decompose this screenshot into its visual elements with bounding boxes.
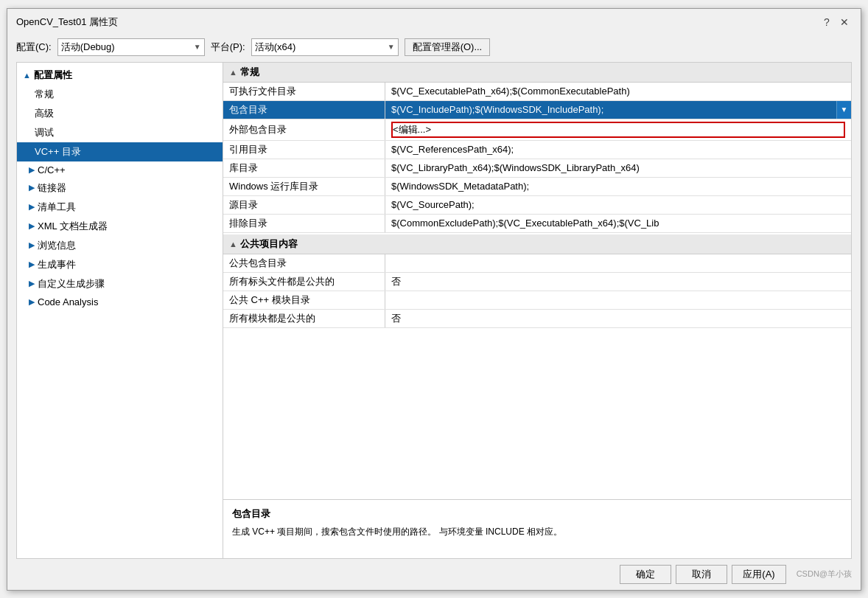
prop-value-all-modules-public[interactable]: 否 [385,310,851,327]
config-label: 配置(C): [16,41,52,54]
title-controls: ? ✕ [819,15,852,29]
right-panel: ▲ 常规 可执行文件目录 $(VC_ExecutablePath_x64);$(… [223,63,851,558]
custom-build-label: 自定义生成步骤 [38,277,105,291]
sidebar-group-code-analysis[interactable]: ▶ Code Analysis [17,293,223,310]
code-analysis-label: Code Analysis [38,296,98,307]
prop-name-public-include-dir: 公共包含目录 [223,254,385,272]
linker-arrow: ▶ [29,183,35,192]
prop-value-external-include-dir[interactable]: <编辑...> [385,119,851,140]
prop-name-all-modules-public: 所有模块都是公共的 [223,310,385,327]
sidebar-item-debug[interactable]: 调试 [17,123,223,142]
toolbar: 配置(C): 活动(Debug) ▼ 平台(P): 活动(x64) ▼ 配置管理… [7,32,861,62]
sidebar-item-advanced[interactable]: 高级 [17,104,223,123]
platform-select[interactable]: 活动(x64) ▼ [251,38,399,56]
build-events-arrow: ▶ [29,260,35,269]
section-general-arrow: ▲ [229,68,237,77]
row-include-dir: 包含目录 $(VC_IncludePath);$(WindowsSDK_Incl… [223,101,851,119]
manifest-arrow: ▶ [29,202,35,212]
row-all-modules-public: 所有模块都是公共的 否 [223,310,851,328]
row-all-headers-public: 所有标头文件都是公共的 否 [223,273,851,291]
main-content: ▲ 配置属性 常规 高级 调试 VC++ 目录 ▶ C/C++ ▶ 链接器 ▶ … [16,62,852,559]
xml-arrow: ▶ [29,221,35,231]
row-public-include-dir: 公共包含目录 [223,254,851,273]
sidebar-group-custom-build[interactable]: ▶ 自定义生成步骤 [17,274,223,293]
prop-name-reference-dir: 引用目录 [223,141,385,159]
browse-arrow: ▶ [29,240,35,250]
custom-build-arrow: ▶ [29,279,35,288]
prop-value-public-include-dir[interactable] [385,254,851,272]
cancel-button[interactable]: 取消 [676,565,727,584]
sidebar-item-general[interactable]: 常规 [17,85,223,104]
row-exclude-dir: 排除目录 $(CommonExcludePath);$(VC_Executabl… [223,215,851,233]
browse-label: 浏览信息 [38,239,76,252]
config-properties-header[interactable]: ▲ 配置属性 [17,66,223,85]
description-area: 包含目录 生成 VC++ 项目期间，搜索包含文件时使用的路径。 与环境变量 IN… [223,499,851,558]
sidebar-group-manifest[interactable]: ▶ 清单工具 [17,198,223,217]
row-winrt-dir: Windows 运行库目录 $(WindowsSDK_MetadataPath)… [223,178,851,196]
sidebar-group-build-events[interactable]: ▶ 生成事件 [17,255,223,274]
row-reference-dir: 引用目录 $(VC_ReferencesPath_x64); [223,141,851,159]
config-manager-button[interactable]: 配置管理器(O)... [405,38,491,56]
build-events-label: 生成事件 [38,258,76,271]
prop-value-winrt-dir[interactable]: $(WindowsSDK_MetadataPath); [385,178,851,195]
include-dir-dropdown[interactable]: ▼ [836,101,851,119]
sidebar: ▲ 配置属性 常规 高级 调试 VC++ 目录 ▶ C/C++ ▶ 链接器 ▶ … [17,63,223,558]
platform-dropdown-arrow: ▼ [388,43,395,51]
watermark: CSDN@羊小孩 [797,569,852,580]
title-bar: OpenCV_Test01 属性页 ? ✕ [7,9,861,32]
sidebar-group-browse[interactable]: ▶ 浏览信息 [17,236,223,255]
row-public-cpp-module-dir: 公共 C++ 模块目录 [223,291,851,310]
properties-table: ▲ 常规 可执行文件目录 $(VC_ExecutablePath_x64);$(… [223,63,851,499]
footer: 确定 取消 应用(A) CSDN@羊小孩 [7,559,861,590]
section-public-arrow: ▲ [229,240,237,248]
prop-name-include-dir: 包含目录 [223,101,385,119]
prop-value-public-cpp-module-dir[interactable] [385,291,851,309]
row-source-dir: 源目录 $(VC_SourcePath); [223,196,851,215]
row-external-include-dir: 外部包含目录 <编辑...> [223,119,851,141]
prop-value-executable-dir[interactable]: $(VC_ExecutablePath_x64);$(CommonExecuta… [385,83,851,100]
linker-label: 链接器 [38,181,66,195]
prop-value-exclude-dir[interactable]: $(CommonExcludePath);$(VC_ExecutablePath… [385,215,851,232]
cpp-label: C/C++ [38,164,66,175]
config-arrow: ▲ [23,71,31,80]
prop-value-reference-dir[interactable]: $(VC_ReferencesPath_x64); [385,141,851,159]
config-value: 活动(Debug) [61,41,115,54]
prop-name-source-dir: 源目录 [223,196,385,214]
sidebar-group-linker[interactable]: ▶ 链接器 [17,178,223,198]
prop-name-winrt-dir: Windows 运行库目录 [223,178,385,195]
sidebar-group-cpp[interactable]: ▶ C/C++ [17,161,223,178]
config-dropdown-arrow: ▼ [194,43,201,51]
prop-value-library-dir[interactable]: $(VC_LibraryPath_x64);$(WindowsSDK_Libra… [385,159,851,177]
sidebar-item-vc-dirs[interactable]: VC++ 目录 [17,142,223,161]
cpp-arrow: ▶ [29,165,35,175]
prop-value-all-headers-public[interactable]: 否 [385,273,851,291]
row-executable-dir: 可执行文件目录 $(VC_ExecutablePath_x64);$(Commo… [223,83,851,101]
close-button[interactable]: ✕ [837,15,852,29]
platform-value: 活动(x64) [255,41,296,54]
external-include-edit-text: <编辑...> [393,123,431,136]
help-button[interactable]: ? [819,15,834,29]
prop-name-public-cpp-module-dir: 公共 C++ 模块目录 [223,291,385,309]
prop-name-external-include-dir: 外部包含目录 [223,119,385,140]
prop-name-executable-dir: 可执行文件目录 [223,83,385,100]
section-public-header[interactable]: ▲ 公共项目内容 [223,234,851,254]
dialog-title: OpenCV_Test01 属性页 [16,15,118,29]
section-public-label: 公共项目内容 [240,237,298,251]
prop-value-source-dir[interactable]: $(VC_SourcePath); [385,196,851,214]
prop-name-library-dir: 库目录 [223,159,385,177]
apply-button[interactable]: 应用(A) [732,565,785,584]
ok-button[interactable]: 确定 [620,565,671,584]
section-general-label: 常规 [240,66,259,79]
prop-name-all-headers-public: 所有标头文件都是公共的 [223,273,385,291]
config-properties-label: 配置属性 [34,69,72,82]
prop-value-include-dir[interactable]: $(VC_IncludePath);$(WindowsSDK_IncludePa… [385,101,851,119]
manifest-label: 清单工具 [38,201,76,214]
prop-name-exclude-dir: 排除目录 [223,215,385,232]
code-analysis-arrow: ▶ [29,297,35,307]
property-dialog: OpenCV_Test01 属性页 ? ✕ 配置(C): 活动(Debug) ▼… [7,8,861,591]
sidebar-group-xml[interactable]: ▶ XML 文档生成器 [17,217,223,236]
row-library-dir: 库目录 $(VC_LibraryPath_x64);$(WindowsSDK_L… [223,159,851,178]
config-select[interactable]: 活动(Debug) ▼ [57,38,205,56]
section-general-header[interactable]: ▲ 常规 [223,63,851,83]
xml-label: XML 文档生成器 [38,220,108,233]
